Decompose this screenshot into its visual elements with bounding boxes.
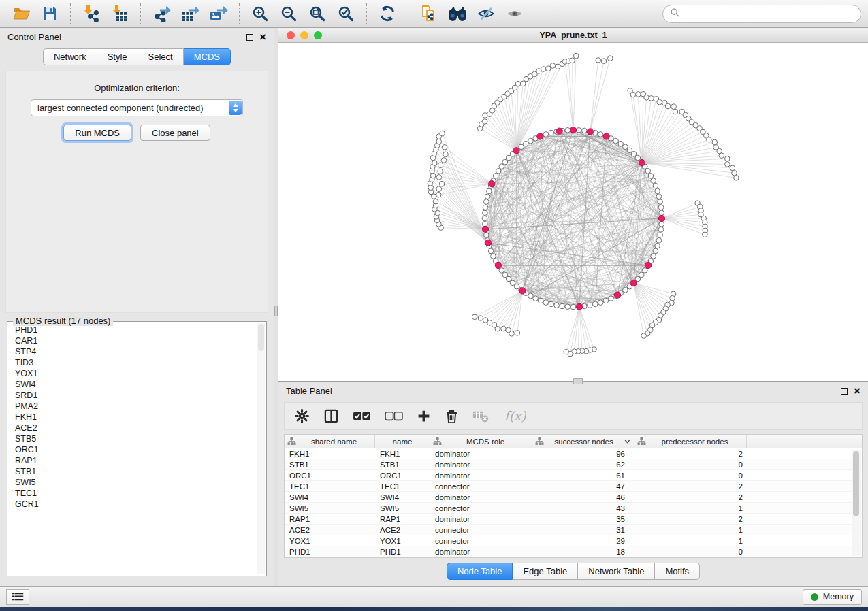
cell-MCDS-role: dominator bbox=[430, 515, 532, 523]
run-mcds-button[interactable]: Run MCDS bbox=[63, 125, 131, 141]
tab-network-table[interactable]: Network Table bbox=[578, 563, 655, 580]
clone-network-icon[interactable] bbox=[415, 2, 443, 25]
network-window-titlebar[interactable]: YPA_prune.txt_1 bbox=[278, 28, 868, 43]
zoom-out-icon[interactable] bbox=[274, 2, 303, 25]
result-node[interactable]: ORC1 bbox=[9, 444, 255, 455]
tab-network[interactable]: Network bbox=[43, 48, 97, 65]
cell-predecessor-nodes: 0 bbox=[634, 461, 747, 469]
cell-shared-name: FKH1 bbox=[285, 450, 375, 458]
cell-MCDS-role: connector bbox=[430, 526, 532, 534]
float-panel-button[interactable] bbox=[246, 34, 253, 41]
deselect-all-rows-icon[interactable] bbox=[385, 411, 403, 422]
table-row[interactable]: RAP1RAP1dominator352 bbox=[285, 514, 862, 525]
network-window: YPA_prune.txt_1 bbox=[278, 28, 868, 382]
show-all-icon bbox=[500, 2, 529, 25]
cell-MCDS-role: connector bbox=[430, 504, 532, 512]
result-node[interactable]: SWI5 bbox=[9, 477, 255, 488]
table-row[interactable]: TEC1TEC1connector472 bbox=[285, 481, 862, 492]
table-scrollbar[interactable] bbox=[852, 450, 861, 556]
table-row[interactable]: ORC1ORC1dominator610 bbox=[285, 470, 862, 481]
status-bar: Memory bbox=[0, 586, 868, 607]
cell-shared-name: STB1 bbox=[285, 461, 375, 469]
column-header-MCDS-role[interactable]: MCDS role bbox=[430, 435, 532, 448]
import-table-icon[interactable] bbox=[106, 2, 134, 25]
zoom-in-icon[interactable] bbox=[246, 2, 274, 25]
column-label: predecessor nodes bbox=[662, 437, 728, 446]
tab-select[interactable]: Select bbox=[138, 48, 184, 65]
close-table-panel-button[interactable]: × bbox=[854, 388, 861, 395]
optimization-criterion-label: Optimization criterion: bbox=[94, 83, 180, 93]
export-image-icon[interactable] bbox=[204, 2, 233, 25]
toolbar-separator bbox=[70, 3, 71, 24]
result-node[interactable]: SWI4 bbox=[9, 379, 255, 390]
table-row[interactable]: FKH1FKH1dominator962 bbox=[285, 448, 862, 459]
result-node[interactable]: TEC1 bbox=[9, 488, 255, 499]
toggle-panel-icon[interactable] bbox=[323, 408, 339, 424]
result-node[interactable]: FKH1 bbox=[9, 412, 255, 423]
result-node[interactable]: YOX1 bbox=[9, 368, 255, 379]
export-table-icon[interactable] bbox=[176, 2, 204, 25]
save-session-icon[interactable] bbox=[35, 2, 64, 25]
cell-name: STB1 bbox=[375, 461, 430, 469]
tab-motifs[interactable]: Motifs bbox=[655, 563, 700, 580]
tab-node-table[interactable]: Node Table bbox=[447, 563, 513, 580]
import-network-icon[interactable] bbox=[77, 2, 106, 25]
table-row[interactable]: PHD1PHD1dominator180 bbox=[285, 546, 862, 557]
cell-predecessor-nodes: 0 bbox=[634, 472, 747, 480]
search-field[interactable] bbox=[662, 5, 861, 23]
result-node[interactable]: ACE2 bbox=[9, 423, 255, 433]
table-row[interactable]: SWI5SWI5connector431 bbox=[285, 503, 862, 514]
splitter-handle-icon[interactable] bbox=[274, 306, 278, 316]
table-row[interactable]: YOX1YOX1connector291 bbox=[285, 535, 862, 546]
column-header-name[interactable]: name bbox=[375, 435, 430, 448]
network-graph[interactable] bbox=[278, 43, 868, 381]
table-row[interactable]: SWI4SWI4dominator462 bbox=[285, 492, 862, 503]
cell-predecessor-nodes: 1 bbox=[634, 504, 747, 512]
memory-button[interactable]: Memory bbox=[803, 589, 862, 605]
search-input[interactable] bbox=[685, 8, 854, 20]
close-panel-button[interactable]: × bbox=[259, 34, 266, 41]
close-panel-action-button[interactable]: Close panel bbox=[140, 125, 210, 141]
tab-mcds[interactable]: MCDS bbox=[184, 48, 231, 65]
result-node[interactable]: PHD1 bbox=[9, 325, 255, 335]
table-settings-icon[interactable] bbox=[294, 408, 310, 424]
result-node[interactable]: RAP1 bbox=[9, 455, 255, 466]
network-canvas[interactable] bbox=[278, 43, 868, 381]
panel-splitter[interactable] bbox=[274, 28, 278, 586]
tab-style[interactable]: Style bbox=[97, 48, 138, 65]
table-row[interactable]: STB1STB1dominator620 bbox=[285, 459, 862, 470]
select-all-rows-icon[interactable] bbox=[353, 411, 371, 422]
add-column-icon[interactable] bbox=[417, 409, 431, 423]
delete-column-icon[interactable] bbox=[445, 408, 459, 424]
control-panel-titlebar: Control Panel × bbox=[0, 28, 274, 46]
export-network-icon[interactable] bbox=[147, 2, 176, 25]
result-node[interactable]: CAR1 bbox=[9, 335, 255, 346]
result-node[interactable]: STB1 bbox=[9, 466, 255, 477]
column-header-successor-nodes[interactable]: successor nodes bbox=[532, 435, 634, 448]
cell-predecessor-nodes: 0 bbox=[634, 548, 747, 556]
search-network-icon[interactable] bbox=[443, 2, 472, 25]
tab-edge-table[interactable]: Edge Table bbox=[513, 563, 578, 580]
column-header-predecessor-nodes[interactable]: predecessor nodes bbox=[634, 435, 747, 448]
result-node[interactable]: TID3 bbox=[9, 357, 255, 368]
control-panel-title: Control Panel bbox=[7, 32, 61, 42]
refresh-view-icon[interactable] bbox=[373, 2, 402, 25]
result-node[interactable]: SRD1 bbox=[9, 390, 255, 401]
zoom-selected-icon[interactable] bbox=[332, 2, 360, 25]
result-node[interactable]: STP4 bbox=[9, 346, 255, 357]
result-scrollbar[interactable] bbox=[257, 323, 265, 574]
float-table-panel-button[interactable] bbox=[841, 388, 848, 395]
mcds-result-list[interactable]: PHD1CAR1STP4TID3YOX1SWI4SRD1PMA2FKH1ACE2… bbox=[9, 325, 255, 574]
open-file-icon[interactable] bbox=[7, 2, 35, 25]
criterion-dropdown[interactable]: largest connected component (undirected) bbox=[31, 99, 243, 116]
result-node[interactable]: GCR1 bbox=[9, 499, 255, 510]
result-node[interactable]: STB5 bbox=[9, 433, 255, 444]
table-row[interactable]: ACE2ACE2connector311 bbox=[285, 525, 862, 535]
horizontal-splitter-handle-icon[interactable] bbox=[573, 378, 583, 384]
zoom-fit-icon[interactable] bbox=[303, 2, 332, 25]
result-node[interactable]: PMA2 bbox=[9, 401, 255, 412]
column-header-shared-name[interactable]: shared name bbox=[285, 435, 375, 448]
cell-successor-nodes: 47 bbox=[532, 482, 634, 491]
task-history-button[interactable] bbox=[6, 589, 29, 605]
hide-selected-icon[interactable] bbox=[472, 2, 500, 25]
